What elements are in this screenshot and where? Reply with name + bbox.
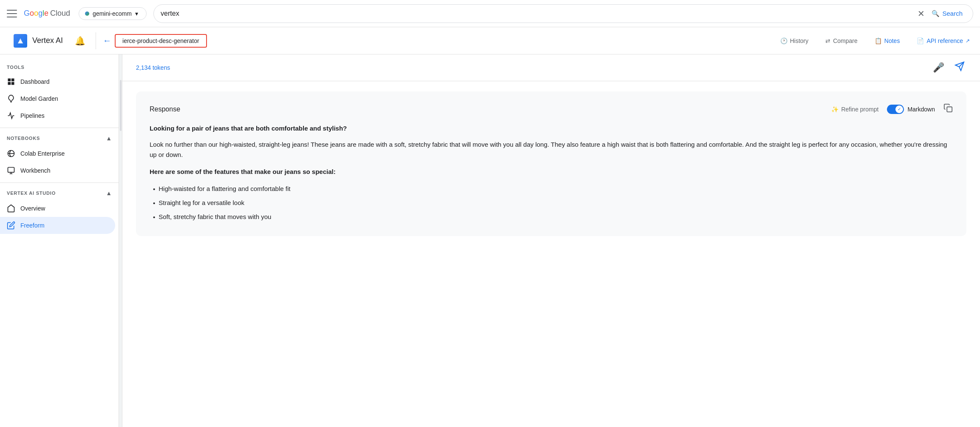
- send-button[interactable]: [953, 60, 966, 76]
- vertex-ai-icon: [14, 34, 27, 48]
- svg-rect-7: [947, 107, 952, 112]
- scrollbar-thumb: [120, 80, 122, 131]
- search-input[interactable]: [161, 10, 914, 17]
- project-dot-icon: [85, 11, 89, 16]
- svg-rect-4: [11, 82, 14, 85]
- sidebar-scrollbar[interactable]: [119, 54, 122, 427]
- compare-button[interactable]: ⇄ Compare: [822, 34, 861, 48]
- compare-icon: ⇄: [825, 37, 830, 44]
- toggle-check-icon: ✓: [898, 107, 901, 111]
- second-nav: Vertex AI 🔔 ← ierce-product-desc-generat…: [0, 27, 980, 54]
- search-bar: ✕ 🔍 Search: [153, 4, 973, 23]
- pipelines-icon: [7, 111, 15, 120]
- sidebar-item-freeform[interactable]: Freeform: [0, 217, 115, 234]
- collapse-icon: ▲: [106, 135, 112, 142]
- freeform-label: Freeform: [20, 222, 45, 229]
- bullet-3: Soft, stretchy fabric that moves with yo…: [159, 212, 271, 222]
- response-actions: ✨ Refine prompt ✓ Markdown: [831, 103, 953, 115]
- tokens-actions: 🎤: [931, 60, 966, 76]
- api-reference-icon: 📄: [917, 37, 924, 44]
- colab-enterprise-icon: [7, 149, 15, 158]
- response-header: Response ✨ Refine prompt ✓ Markdown: [150, 103, 953, 115]
- history-button[interactable]: 🕐 History: [777, 34, 812, 48]
- svg-point-0: [20, 40, 22, 43]
- markdown-toggle: ✓ Markdown: [887, 105, 935, 114]
- svg-rect-2: [11, 79, 14, 82]
- sidebar-item-colab-enterprise[interactable]: Colab Enterprise: [0, 145, 115, 162]
- workbench-icon: [7, 166, 15, 175]
- search-icon: 🔍: [932, 10, 940, 17]
- sidebar-item-overview[interactable]: Overview: [0, 200, 115, 217]
- prompt-tab[interactable]: ierce-product-desc-generator: [115, 34, 207, 48]
- sidebar-item-pipelines[interactable]: Pipelines: [0, 107, 115, 124]
- hamburger-menu[interactable]: [7, 9, 17, 19]
- pipelines-label: Pipelines: [20, 112, 45, 119]
- search-button[interactable]: 🔍 Search: [928, 8, 966, 19]
- response-container: Response ✨ Refine prompt ✓ Markdown: [136, 91, 966, 236]
- model-garden-icon: [7, 94, 15, 103]
- response-body: Looking for a pair of jeans that are bot…: [150, 123, 953, 224]
- dashboard-icon: [7, 77, 15, 86]
- overview-label: Overview: [20, 205, 45, 212]
- sidebar-item-workbench[interactable]: Workbench: [0, 162, 115, 179]
- response-subheadline: Here are some of the features that make …: [150, 167, 953, 177]
- overview-icon: [7, 204, 15, 213]
- microphone-button[interactable]: 🎤: [931, 60, 946, 76]
- clear-search-icon[interactable]: ✕: [918, 9, 925, 19]
- project-selector[interactable]: gemini-ecomm ▾: [79, 7, 147, 20]
- model-garden-label: Model Garden: [20, 95, 58, 102]
- tools-section-title: TOOLS: [0, 61, 119, 73]
- top-nav: Google Cloud gemini-ecomm ▾ ✕ 🔍 Search: [0, 0, 980, 27]
- response-title: Response: [150, 105, 180, 113]
- sidebar-item-dashboard[interactable]: Dashboard: [0, 73, 115, 90]
- response-headline: Looking for a pair of jeans that are bot…: [150, 123, 953, 134]
- markdown-label: Markdown: [907, 106, 935, 113]
- nav-actions: 🕐 History ⇄ Compare 📋 Notes 📄 API refere…: [777, 34, 973, 48]
- svg-rect-3: [8, 82, 11, 85]
- colab-enterprise-label: Colab Enterprise: [20, 150, 65, 157]
- workbench-label: Workbench: [20, 167, 51, 174]
- list-item: Soft, stretchy fabric that moves with yo…: [153, 210, 953, 224]
- response-paragraph: Look no further than our high-waisted, s…: [150, 139, 953, 160]
- notes-icon: 📋: [875, 37, 882, 44]
- project-name: gemini-ecomm: [93, 10, 132, 17]
- back-button[interactable]: ←: [99, 32, 115, 49]
- sidebar-separator-1: [0, 128, 119, 128]
- refine-icon: ✨: [831, 106, 838, 113]
- freeform-icon: [7, 221, 15, 230]
- vertex-studio-section-header[interactable]: VERTEX AI STUDIO ▲: [0, 186, 119, 200]
- sidebar: TOOLS Dashboard Model Garden Pipelines N…: [0, 54, 119, 427]
- history-icon: 🕐: [780, 37, 787, 44]
- markdown-toggle-switch[interactable]: ✓: [887, 105, 904, 114]
- api-reference-button[interactable]: 📄 API reference ↗: [913, 34, 973, 48]
- dropdown-icon: ▾: [135, 10, 138, 17]
- collapse-2-icon: ▲: [106, 190, 112, 196]
- refine-prompt-button[interactable]: ✨ Refine prompt: [831, 106, 878, 113]
- vertex-ai-title: Vertex AI: [32, 36, 63, 45]
- nav-divider: [96, 32, 96, 49]
- list-item: High-waisted for a flattering and comfor…: [153, 182, 953, 196]
- tokens-bar: 2,134 tokens 🎤: [122, 54, 980, 81]
- bullet-2: Straight leg for a versatile look: [159, 198, 244, 208]
- main-container: TOOLS Dashboard Model Garden Pipelines N…: [0, 54, 980, 427]
- svg-rect-6: [8, 168, 14, 173]
- external-link-icon: ↗: [966, 38, 970, 44]
- response-list: High-waisted for a flattering and comfor…: [150, 182, 953, 224]
- svg-rect-1: [8, 79, 11, 82]
- notes-button[interactable]: 📋 Notes: [871, 34, 904, 48]
- vertex-ai-branding: Vertex AI 🔔: [7, 34, 92, 48]
- content-area: 2,134 tokens 🎤 Response ✨ Refine prompt: [122, 54, 980, 427]
- notifications-bell-icon[interactable]: 🔔: [75, 36, 85, 46]
- notebooks-section-header[interactable]: NOTEBOOKS ▲: [0, 131, 119, 145]
- list-item: Straight leg for a versatile look: [153, 196, 953, 210]
- google-cloud-logo: Google Cloud: [24, 9, 70, 18]
- toggle-knob: ✓: [895, 105, 903, 113]
- bullet-1: High-waisted for a flattering and comfor…: [159, 184, 290, 194]
- sidebar-item-model-garden[interactable]: Model Garden: [0, 90, 115, 107]
- sidebar-separator-2: [0, 182, 119, 183]
- dashboard-label: Dashboard: [20, 78, 50, 85]
- copy-button[interactable]: [943, 103, 953, 115]
- tokens-count: 2,134 tokens: [136, 64, 170, 71]
